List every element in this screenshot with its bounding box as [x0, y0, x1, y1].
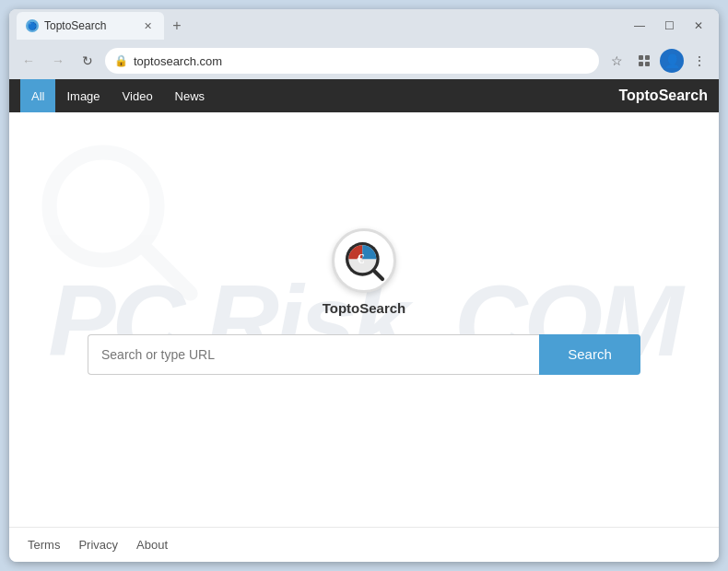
main-content: PC Risk .COM €	[9, 112, 719, 527]
url-text: toptosearch.com	[134, 54, 222, 68]
window-controls: — ☐ ✕	[627, 16, 711, 36]
back-button[interactable]: ←	[17, 49, 41, 73]
search-input[interactable]	[88, 334, 539, 375]
logo-text: ToptoSearch	[323, 300, 406, 316]
footer: Terms Privacy About	[9, 527, 719, 562]
svg-line-9	[375, 271, 382, 278]
search-button[interactable]: Search	[539, 334, 640, 375]
browser-window: 🔵 ToptoSearch ✕ + — ☐ ✕ ← → ↻ 🔒 toptosea…	[9, 9, 719, 562]
svg-text:€: €	[357, 251, 364, 266]
new-tab-button[interactable]: +	[164, 13, 190, 39]
footer-terms-link[interactable]: Terms	[28, 538, 60, 552]
search-container: Search	[88, 334, 640, 375]
bookmark-icon[interactable]: ☆	[605, 49, 628, 73]
profile-button[interactable]: 👤	[660, 49, 684, 73]
svg-rect-1	[645, 55, 650, 60]
logo-svg: €	[341, 238, 387, 284]
nav-item-video[interactable]: Video	[112, 79, 164, 112]
forward-button[interactable]: →	[46, 49, 70, 73]
svg-rect-0	[639, 55, 643, 60]
svg-rect-2	[639, 62, 643, 66]
tab-close-button[interactable]: ✕	[140, 18, 155, 33]
tab-title: ToptoSearch	[44, 19, 106, 32]
tab-favicon: 🔵	[26, 19, 39, 32]
minimize-button[interactable]: —	[627, 16, 652, 36]
address-actions: ☆ 👤 ⋮	[605, 49, 711, 73]
center-content: € ToptoSearch Search	[88, 228, 640, 375]
nav-item-all[interactable]: All	[20, 79, 55, 112]
menu-icon[interactable]: ⋮	[687, 49, 711, 73]
site-nav: All Image Video News ToptoSearch	[9, 79, 719, 112]
footer-privacy-link[interactable]: Privacy	[78, 538, 118, 552]
active-tab[interactable]: 🔵 ToptoSearch ✕	[17, 12, 164, 40]
extensions-icon[interactable]	[632, 49, 656, 73]
tab-bar: 🔵 ToptoSearch ✕ +	[17, 9, 616, 42]
site-brand: ToptoSearch	[618, 87, 708, 104]
svg-rect-3	[645, 62, 650, 66]
nav-item-news[interactable]: News	[164, 79, 217, 112]
logo-icon: €	[332, 228, 396, 293]
address-bar: ← → ↻ 🔒 toptosearch.com ☆ 👤 ⋮	[9, 42, 719, 79]
maximize-button[interactable]: ☐	[656, 16, 682, 36]
footer-about-link[interactable]: About	[136, 538, 168, 552]
lock-icon: 🔒	[114, 54, 128, 67]
nav-item-image[interactable]: Image	[55, 79, 111, 112]
url-bar[interactable]: 🔒 toptosearch.com	[105, 48, 599, 74]
logo-container: € ToptoSearch	[323, 228, 406, 316]
reload-button[interactable]: ↻	[76, 49, 100, 73]
title-bar: 🔵 ToptoSearch ✕ + — ☐ ✕	[9, 9, 719, 42]
close-button[interactable]: ✕	[686, 16, 711, 36]
